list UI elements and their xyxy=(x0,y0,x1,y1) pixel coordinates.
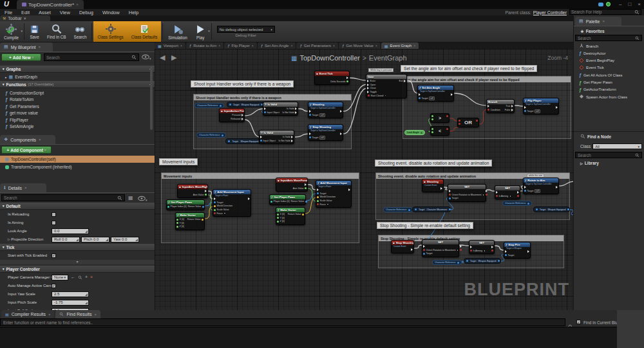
checkbox[interactable] xyxy=(52,212,56,217)
checkbox[interactable]: ✓ xyxy=(52,253,56,258)
node-shooting[interactable]: ◆ShootingCustom Event xyxy=(422,179,444,192)
component-item[interactable]: TopDownController(self) xyxy=(0,156,155,163)
collapse-icon[interactable]: ▾ xyxy=(3,67,5,71)
toolbar-tab[interactable]: ⚒ Toolbar × xyxy=(0,15,50,21)
menu-help[interactable]: Help xyxy=(124,10,143,15)
search-button[interactable]: Search xyxy=(70,21,91,42)
tab-components[interactable]: ❖Components× xyxy=(0,135,55,144)
node-make-vector[interactable]: ƒMake VectorX [0]Y [0]Z [0]Return Value xyxy=(276,207,305,225)
node-flip-player[interactable]: ƒFlip PlayerTarget is TopDownControllerT… xyxy=(523,98,559,114)
node-stop-shooting[interactable]: ƒStop ShootingTarget is TopDownControlle… xyxy=(308,124,343,141)
variable-pill[interactable]: Character Reference xyxy=(196,133,226,138)
variable-pill[interactable]: Look Angle xyxy=(404,130,425,135)
yaw-field[interactable]: Yaw 0.0 xyxy=(111,237,139,243)
tab-my-blueprint-close-icon[interactable]: × xyxy=(39,45,41,49)
tab-components-close-icon[interactable]: × xyxy=(39,138,41,142)
node-make-vector[interactable]: ƒMake VectorX [0]Y [0]Z [0]Return Value xyxy=(175,212,205,230)
node-or[interactable]: OR xyxy=(457,118,479,127)
node-add-movement-input[interactable]: ƒAdd Movement InputTarget is PawnTargetW… xyxy=(213,189,251,217)
toolbar-tab-close-icon[interactable]: × xyxy=(24,16,26,21)
scrollbar[interactable] xyxy=(150,66,153,130)
find-references-input[interactable]: Enter function or event name to find ref… xyxy=(0,318,565,326)
classdefaults-button[interactable]: Class Defaults xyxy=(128,21,162,42)
checkbox[interactable]: ✓ xyxy=(52,284,56,288)
variable-pill[interactable]: Character Reference xyxy=(432,260,462,265)
play-button[interactable]: Play▾ xyxy=(191,21,210,42)
tab-palette[interactable]: ▤Palette× xyxy=(575,17,621,26)
node-add-movement-input[interactable]: ƒAdd Movement InputTarget is PawnTargetW… xyxy=(316,180,352,208)
collapse-icon[interactable]: ▾ xyxy=(3,204,5,208)
expander-icon[interactable]: ▷ xyxy=(580,161,583,165)
pitch-field[interactable]: Pitch 0.0 xyxy=(81,237,109,243)
menu-view[interactable]: View xyxy=(55,10,75,15)
node-inputaxis-moveright[interactable]: ◆InputAxis MoveRightAxis Value xyxy=(177,184,208,198)
tab-details-close-icon[interactable]: × xyxy=(24,186,27,190)
node--[interactable]: < xyxy=(430,126,450,136)
graph-item-eventgraph[interactable]: ▸▦EventGraph xyxy=(0,73,155,80)
node-set[interactable]: SETOrient Rotation to Movement✓Target xyxy=(422,239,459,257)
getter-node[interactable]: TargetWeapon Equipped xyxy=(464,258,501,264)
value-field[interactable]: 2.5 xyxy=(52,291,89,297)
palette-item-destroyactor[interactable]: ƒDestroyActor xyxy=(574,50,642,57)
tab-close-icon[interactable]: × xyxy=(333,44,335,48)
function-item-setaimangle[interactable]: ƒSetAimAngle xyxy=(0,124,149,130)
variable-pill[interactable]: Character Reference xyxy=(194,103,224,108)
feedback-bubble-icon[interactable] xyxy=(598,3,603,6)
tab-close-icon[interactable]: × xyxy=(375,44,377,48)
node-event-tick[interactable]: ◆Event TickDelta Seconds xyxy=(314,71,350,85)
tab-details[interactable]: ℹDetails× xyxy=(0,183,46,192)
tab-close-icon[interactable]: × xyxy=(290,44,292,48)
node-stop-fire[interactable]: ƒStop FireTarget is WeaponTarget xyxy=(504,242,531,259)
use-selected-icon[interactable]: ← xyxy=(71,275,75,280)
node-stop-shooting[interactable]: ◆Stop ShootingCustom Event xyxy=(391,240,414,253)
node-is-valid[interactable]: ?Is ValidInput ObjectIs ValidIs Not Vali… xyxy=(263,102,298,116)
marketplace-icon[interactable] xyxy=(606,2,611,6)
tab-flip-player[interactable]: ƒFlip Player× xyxy=(224,42,258,49)
class-dropdown[interactable]: None▾ xyxy=(52,275,68,280)
class-dropdown[interactable]: All▾ xyxy=(592,143,642,149)
variable-pill[interactable]: Character Reference xyxy=(502,201,532,206)
debug-object-dropdown[interactable]: No debug object selected▾ xyxy=(217,26,275,33)
add-new-button[interactable]: +Add New▾ xyxy=(1,53,41,61)
node-is-valid[interactable]: ?Is ValidInput ObjectIs ValidIs Not Vali… xyxy=(259,130,294,144)
getter-node[interactable]: TargetWeapon Equipped xyxy=(227,102,265,107)
find-only-checkbox[interactable]: ✓ xyxy=(576,320,581,324)
tab-close-icon[interactable]: × xyxy=(413,44,415,48)
find-node-search-input[interactable]: Search xyxy=(575,152,642,158)
tab-find-results[interactable]: Find Results× xyxy=(55,310,100,318)
palette-item-event-tick[interactable]: Event Tick xyxy=(574,64,642,71)
node-set-aim-angle[interactable]: ƒSet Aim AngleTarget is TopDownControlle… xyxy=(417,85,454,102)
palette-item-spawn-actor-from-class[interactable]: Spawn Actor from Class xyxy=(574,93,642,100)
getter-node[interactable]: TargetCharacter Movement xyxy=(412,206,451,212)
tab-close-icon[interactable]: × xyxy=(48,313,51,316)
palette-search-input[interactable]: Search xyxy=(575,35,642,41)
expander-icon[interactable]: ▸ xyxy=(5,75,7,79)
function-item-get-move-value[interactable]: ƒget move value xyxy=(0,110,149,116)
variable-pill[interactable]: Character Reference xyxy=(383,207,413,212)
tab-rotate-to-aim[interactable]: ƒRotate to Aim× xyxy=(186,42,224,49)
clear-icon[interactable]: × xyxy=(90,275,93,280)
play-caret-icon[interactable]: ▾ xyxy=(208,29,210,33)
help-search-input[interactable]: Search For Help xyxy=(569,9,641,15)
functions-section-header[interactable]: ▾Functions(17 Overridable)+ xyxy=(0,81,155,88)
node-set[interactable]: SETOrient Rotation to MovementTarget xyxy=(448,184,486,202)
checkbox[interactable] xyxy=(52,221,56,225)
classsettings-button[interactable]: Class Settings xyxy=(93,21,127,42)
value-field[interactable]: -1.75 xyxy=(52,300,89,306)
simulation-button[interactable]: Simulation xyxy=(164,21,191,42)
tab-my-blueprint[interactable]: ▤My Blueprint× xyxy=(0,42,53,51)
function-item-constructionscript[interactable]: ƒConstructionScript xyxy=(0,89,149,96)
tab-event-graph[interactable]: ▦Event Graph× xyxy=(381,42,419,49)
getter-node[interactable]: TargetWeapon Equipped xyxy=(533,206,570,212)
tab-close-icon[interactable]: × xyxy=(76,3,79,6)
value-field[interactable]: 0.0 xyxy=(52,228,89,234)
graph-canvas[interactable]: ◀ ▶ ▦ TopDownController > EventGraph Zoo… xyxy=(155,49,573,310)
close-button[interactable]: × xyxy=(634,1,644,7)
node-shooting[interactable]: ƒShootingTarget is TopDownControllerTarg… xyxy=(308,102,343,118)
collapse-icon[interactable]: ▾ xyxy=(3,267,5,271)
component-item[interactable]: TransformComponent (Inherited) xyxy=(0,163,155,170)
add-icon[interactable]: + xyxy=(85,275,88,280)
menu-debug[interactable]: Debug xyxy=(75,10,98,15)
details-section-default[interactable]: ▾Default xyxy=(0,203,155,210)
tab-close-icon[interactable]: × xyxy=(218,44,220,48)
